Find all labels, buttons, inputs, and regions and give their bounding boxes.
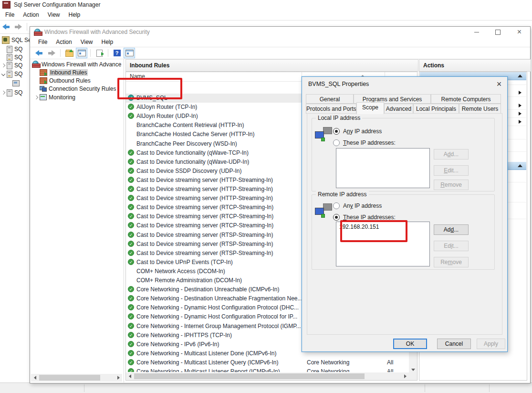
toolbar-separator	[60, 49, 61, 57]
tab-general[interactable]: General	[306, 94, 354, 104]
tab-remote-users[interactable]: Remote Users	[459, 104, 501, 114]
local-remove-button[interactable]: Remove	[434, 180, 469, 190]
menu-item-action[interactable]: Action	[19, 10, 43, 20]
firewall-tree-item-windows-firewall-with-advance[interactable]: Windows Firewall with Advance	[32, 60, 121, 68]
sql-tree-item[interactable]: SQ	[1, 62, 22, 69]
chevron-icon[interactable]	[34, 95, 38, 99]
rule-row[interactable]: Core Networking - Multicast Listener Que…	[126, 358, 409, 367]
local-add-button[interactable]: Add...	[434, 149, 469, 159]
back-arrow-icon	[2, 24, 10, 30]
rule-profile: All	[387, 368, 393, 372]
close-button[interactable]	[509, 27, 530, 37]
local-these-ip-label: These IP addresses:	[343, 139, 396, 146]
local-these-ip-radio[interactable]: These IP addresses:	[333, 139, 396, 146]
sql-tree-item[interactable]	[12, 79, 21, 87]
scroll-left-button[interactable]	[31, 374, 39, 382]
firewall-console-tree: Windows Firewall with AdvanceInbound Rul…	[30, 59, 124, 382]
scroll-down-button[interactable]	[411, 369, 415, 371]
sql-back-button[interactable]	[0, 21, 12, 32]
tab-protocols-and-ports[interactable]: Protocols and Ports	[306, 104, 356, 114]
remote-these-ip-label: These IP addresses:	[343, 214, 396, 221]
tree-item-label: Inbound Rules	[49, 69, 88, 76]
sql-tree-item[interactable]: SQ	[7, 45, 22, 53]
sql-tree-item[interactable]: SQL Se	[2, 36, 30, 44]
chevron-icon[interactable]	[1, 72, 5, 76]
sql-tree-item[interactable]: SQ	[1, 70, 22, 78]
sql-config-manager-title: Sql Server Configuration Manager	[14, 1, 100, 8]
radio-icon	[333, 202, 340, 209]
tree-item-label: SQ	[14, 89, 22, 96]
server-b-icon	[7, 54, 12, 61]
chevron-icon[interactable]	[1, 91, 5, 95]
remote-any-ip-radio[interactable]: Any IP address	[333, 202, 382, 209]
firewall-toolbar	[30, 47, 530, 59]
sql-forward-button[interactable]	[13, 21, 24, 32]
back-button[interactable]	[33, 48, 45, 58]
remote-these-ip-radio[interactable]: These IP addresses:	[333, 214, 396, 221]
rule-name: BranchCache Peer Discovery (WSD-In)	[136, 140, 237, 147]
dialog-close-button[interactable]	[491, 78, 507, 90]
rule-name: Cast to Device UPnP Events (TCP-In)	[136, 259, 233, 266]
ok-button[interactable]: OK	[393, 339, 427, 349]
menu-item-help[interactable]: Help	[64, 10, 85, 20]
maximize-button[interactable]	[487, 27, 509, 37]
tab-advanced[interactable]: Advanced	[384, 104, 413, 114]
export-list-button[interactable]	[94, 48, 105, 58]
remote-add-button[interactable]: Add...	[434, 224, 469, 235]
remote-edit-button[interactable]: Edit...	[434, 241, 469, 251]
dialog-titlebar[interactable]: BVMS_SQL Properties	[302, 77, 507, 91]
menu-item-view[interactable]: View	[43, 10, 64, 20]
scrollbar-thumb[interactable]	[134, 373, 365, 379]
menu-item-view[interactable]: View	[76, 37, 97, 47]
firewall-icon	[32, 61, 40, 68]
tab-local-principals[interactable]: Local Principals	[413, 104, 459, 114]
monitor-icon	[40, 94, 47, 100]
apply-button[interactable]: Apply	[477, 339, 505, 349]
back-arrow-icon	[35, 50, 43, 56]
local-edit-button[interactable]: Edit...	[434, 165, 469, 176]
rules-horizontal-scrollbar[interactable]	[126, 372, 409, 380]
folder-icon	[65, 51, 73, 57]
sql-tree-item[interactable]: SQ	[1, 89, 22, 96]
tab-remote-computers[interactable]: Remote Computers	[431, 94, 501, 104]
rule-row[interactable]: Core Networking - Multicast Listener Rep…	[126, 367, 409, 372]
tree-horizontal-scrollbar[interactable]	[31, 374, 122, 382]
sql-config-manager-app-icon	[2, 1, 10, 9]
chevron-icon[interactable]	[1, 64, 5, 67]
menu-item-action[interactable]: Action	[52, 37, 76, 47]
menu-item-help[interactable]: Help	[97, 37, 118, 47]
remote-remove-button[interactable]: Remove	[434, 257, 469, 267]
check-green-icon	[128, 250, 134, 256]
server-a-icon	[7, 62, 12, 69]
scrollbar-thumb[interactable]	[39, 375, 100, 381]
submenu-arrow-icon	[519, 112, 522, 116]
local-ip-listbox[interactable]	[336, 148, 430, 188]
action-pane-icon	[125, 50, 134, 56]
firewall-tree-item-monitoring[interactable]: Monitoring	[34, 93, 75, 101]
minimize-button[interactable]	[466, 27, 487, 37]
rule-name: Cast to Device streaming server (RTCP-St…	[136, 222, 273, 229]
show-action-pane-button[interactable]	[124, 48, 135, 58]
cancel-button[interactable]: Cancel	[437, 339, 471, 349]
firewall-tree-item-connection-security-rules[interactable]: Connection Security Rules	[40, 85, 116, 93]
sql-tree-item[interactable]: SQ	[7, 53, 22, 61]
rules-out-icon	[40, 77, 47, 84]
show-hide-console-tree-button[interactable]	[76, 48, 87, 58]
scroll-right-button[interactable]	[401, 372, 409, 380]
help-button[interactable]	[111, 48, 123, 58]
menu-item-file[interactable]: File	[1, 10, 19, 20]
firewall-tree-item-inbound-rules[interactable]: Inbound Rules	[40, 68, 88, 76]
forward-button[interactable]	[46, 48, 57, 58]
up-one-level-button[interactable]	[63, 48, 75, 58]
sql-config-manager-tree: SQL SeSQSQSQSQSQ	[0, 34, 30, 382]
tab-scope[interactable]: Scope	[356, 102, 384, 114]
local-any-ip-radio[interactable]: Any IP address	[333, 128, 382, 135]
firewall-tree-item-outbound-rules[interactable]: Outbound Rules	[40, 76, 91, 85]
firewall-titlebar[interactable]: Windows Firewall with Advanced Security	[30, 27, 530, 37]
scroll-right-button[interactable]	[115, 374, 122, 382]
check-green-icon	[128, 295, 134, 301]
menu-item-file[interactable]: File	[34, 37, 52, 47]
check-green-icon	[128, 359, 134, 365]
sql-config-manager-titlebar: Sql Server Configuration Manager	[0, 0, 532, 10]
scroll-left-button[interactable]	[126, 372, 134, 380]
